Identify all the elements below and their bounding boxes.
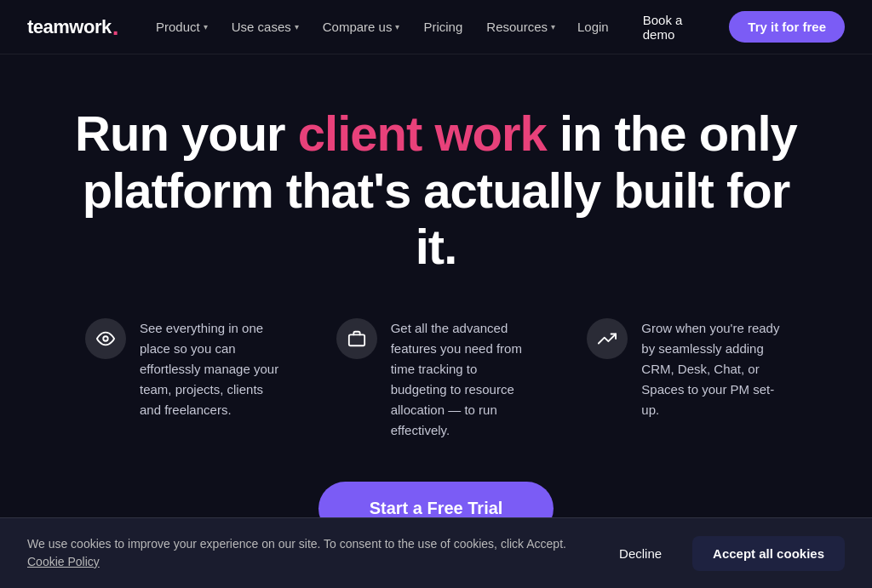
feature-item-3: Grow when you're ready by seamlessly add… <box>587 318 787 441</box>
book-demo-link[interactable]: Book a demo <box>628 6 723 49</box>
nav-right: Login Book a demo Try it for free <box>565 6 845 49</box>
features-row: See everything in one place so you can e… <box>68 318 804 441</box>
chevron-down-icon: ▾ <box>204 22 208 31</box>
nav-item-compare[interactable]: Compare us ▾ <box>313 13 410 41</box>
feature-item-2: Get all the advanced features you need f… <box>336 318 536 441</box>
feature-item-1: See everything in one place so you can e… <box>85 318 285 441</box>
logo-dot: . <box>112 15 118 39</box>
briefcase-icon <box>336 318 377 359</box>
login-link[interactable]: Login <box>565 13 621 41</box>
chevron-down-icon: ▾ <box>551 22 555 31</box>
navbar: teamwork. Product ▾ Use cases ▾ Compare … <box>0 0 872 54</box>
cookie-banner: We use cookies to improve your experienc… <box>0 517 872 588</box>
try-free-button[interactable]: Try it for free <box>729 11 845 43</box>
nav-item-product[interactable]: Product ▾ <box>146 13 218 41</box>
trending-up-icon <box>587 318 628 359</box>
cookie-buttons: Decline Accept all cookies <box>599 536 845 571</box>
nav-item-pricing[interactable]: Pricing <box>413 13 473 41</box>
svg-point-0 <box>103 336 108 341</box>
nav-links: Product ▾ Use cases ▾ Compare us ▾ Prici… <box>146 13 565 41</box>
hero-section: Run your client work in the only platfor… <box>0 54 872 588</box>
decline-button[interactable]: Decline <box>599 536 682 571</box>
nav-item-use-cases[interactable]: Use cases ▾ <box>221 13 309 41</box>
chevron-down-icon: ▾ <box>395 22 399 31</box>
svg-rect-1 <box>349 334 364 345</box>
accept-cookies-button[interactable]: Accept all cookies <box>692 536 845 571</box>
cookie-message: We use cookies to improve your experienc… <box>27 535 572 571</box>
logo[interactable]: teamwork. <box>27 15 118 39</box>
feature-text-1: See everything in one place so you can e… <box>140 318 285 420</box>
logo-text: teamwork <box>27 16 112 38</box>
eye-icon <box>85 318 126 359</box>
feature-text-3: Grow when you're ready by seamlessly add… <box>641 318 787 420</box>
feature-text-2: Get all the advanced features you need f… <box>391 318 536 441</box>
chevron-down-icon: ▾ <box>295 22 299 31</box>
hero-title: Run your client work in the only platfor… <box>68 106 804 276</box>
cookie-policy-link[interactable]: Cookie Policy <box>27 555 100 568</box>
hero-highlight: client work <box>298 106 547 161</box>
nav-item-resources[interactable]: Resources ▾ <box>476 13 565 41</box>
